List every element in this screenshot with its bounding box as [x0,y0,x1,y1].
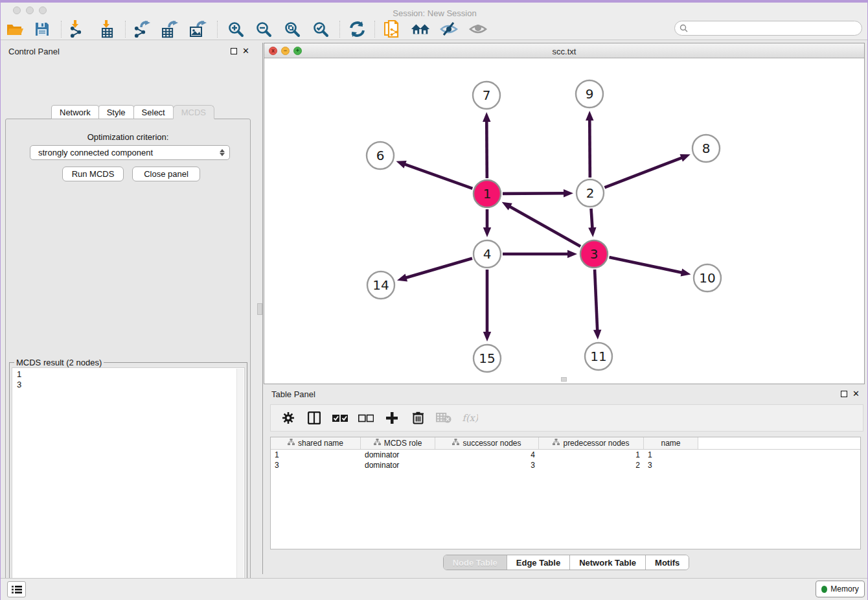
column-header-successor-nodes[interactable]: successor nodes [435,437,539,449]
column-header-predecessor-nodes[interactable]: predecessor nodes [539,437,644,449]
column-label: shared name [298,439,343,448]
table-row[interactable]: 3dominator323 [271,460,860,470]
export-table-icon[interactable] [160,20,179,38]
save-session-icon[interactable] [32,20,52,38]
edge-3-1[interactable] [509,206,580,246]
table-cell[interactable]: dominator [361,460,435,470]
table-close-panel-icon[interactable]: ✕ [852,391,860,397]
mcds-result-scrollbar[interactable] [236,369,244,600]
edge-4-14[interactable] [405,259,472,278]
task-history-button[interactable] [7,581,26,597]
close-panel-icon[interactable]: ✕ [242,48,249,54]
float-panel-icon[interactable] [231,48,237,54]
tab-select[interactable]: Select [133,105,174,119]
zoom-out-icon[interactable] [254,20,273,38]
delete-icon[interactable] [409,410,426,426]
edge-3-10[interactable] [609,257,682,273]
graph-node-2[interactable]: 2 [577,179,604,207]
graph-node-10[interactable]: 10 [694,264,721,292]
table-cell[interactable]: 1 [644,450,698,460]
table-row[interactable]: 1dominator411 [271,450,860,460]
show-all-icon[interactable] [468,20,488,38]
mcds-result-legend: MCDS result (2 nodes) [14,358,104,367]
table-cell[interactable]: 1 [539,450,644,460]
tab-edge-table[interactable]: Edge Table [507,555,570,570]
mcds-panel: Optimization criterion: strongly connect… [5,119,251,600]
split-columns-icon[interactable] [306,410,323,426]
add-icon[interactable] [383,410,400,426]
edge-arrow-icon [483,332,491,341]
graph-node-6[interactable]: 6 [367,142,394,169]
graph-node-9[interactable]: 9 [576,80,603,108]
graph-node-14[interactable]: 14 [367,271,394,299]
edge-2-9[interactable] [589,119,590,178]
optimization-criterion-select[interactable]: strongly connected component [30,145,230,160]
neighbors-icon[interactable] [411,20,430,38]
panel-divider-grip[interactable] [257,303,262,315]
edge-2-3[interactable] [591,209,593,229]
zoom-selected-icon[interactable] [311,20,330,38]
import-table-icon[interactable] [98,20,117,38]
tab-mcds[interactable]: MCDS [173,105,214,119]
search-input[interactable] [691,24,862,33]
memory-button[interactable]: Memory [816,581,865,597]
column-header-shared-name[interactable]: shared name [271,437,361,449]
deselect-all-icon[interactable] [358,410,374,426]
edge-3-11[interactable] [595,270,597,331]
column-header-name[interactable]: name [644,437,698,449]
graph-node-1[interactable]: 1 [474,180,501,207]
graph-node-4[interactable]: 4 [474,240,501,268]
select-all-icon[interactable] [332,410,348,426]
table-cell[interactable]: 1 [271,450,361,460]
memory-status-icon [821,586,827,593]
column-header-MCDS-role[interactable]: MCDS role [361,437,435,449]
edge-arrow-icon [681,268,691,276]
export-image-icon[interactable] [188,20,208,38]
zoom-fit-icon[interactable] [282,20,302,38]
network-window-titlebar[interactable]: x − + scc.txt [264,43,864,58]
edge-1-7[interactable] [486,121,487,178]
export-network-icon[interactable] [132,20,152,38]
status-bar [1,578,868,600]
clone-network-icon[interactable] [383,20,402,38]
graph-node-8[interactable]: 8 [692,135,720,162]
edge-arrow-icon [483,227,491,237]
table-float-panel-icon[interactable] [841,391,847,397]
search-box[interactable] [674,21,862,36]
mcds-result-text[interactable]: 13 [12,367,245,600]
column-label: predecessor nodes [563,439,629,448]
open-file-icon[interactable] [5,20,25,38]
network-window: x − + scc.txt 7968124314101511 [264,43,865,384]
edge-1-2[interactable] [503,193,565,194]
graph-node-15[interactable]: 15 [474,345,501,372]
network-scroll-thumb[interactable] [561,377,567,382]
table-cell[interactable]: 2 [539,460,644,470]
import-network-icon[interactable] [67,20,86,38]
function-builder-icon: f(x) [461,410,478,426]
edge-arrow-icon [588,227,596,237]
table-cell[interactable]: 3 [271,460,361,470]
close-panel-button[interactable]: Close panel [132,167,200,181]
zoom-in-icon[interactable] [226,20,246,38]
edge-1-6[interactable] [404,164,473,189]
tab-style[interactable]: Style [98,105,134,119]
hide-selected-icon[interactable] [439,20,459,38]
tab-motifs[interactable]: Motifs [646,555,689,570]
table-cell[interactable]: 3 [644,460,698,470]
run-mcds-button[interactable]: Run MCDS [62,167,124,181]
node-label: 6 [376,148,385,163]
tab-network[interactable]: Network [51,105,99,119]
edge-2-8[interactable] [604,157,682,187]
settings-gear-icon[interactable] [280,410,297,426]
table-cell[interactable]: dominator [361,450,435,460]
graph-node-11[interactable]: 11 [585,343,612,370]
table-cell[interactable]: 3 [435,460,539,470]
refresh-icon[interactable] [347,20,367,38]
graph-node-7[interactable]: 7 [473,82,500,109]
network-graph-canvas[interactable]: 7968124314101511 [264,58,864,384]
node-table[interactable]: shared nameMCDS rolesuccessor nodesprede… [270,437,861,549]
tab-node-table[interactable]: Node Table [444,555,507,570]
table-cell[interactable]: 4 [435,450,539,460]
tab-network-table[interactable]: Network Table [570,555,646,570]
graph-node-3[interactable]: 3 [580,240,608,268]
